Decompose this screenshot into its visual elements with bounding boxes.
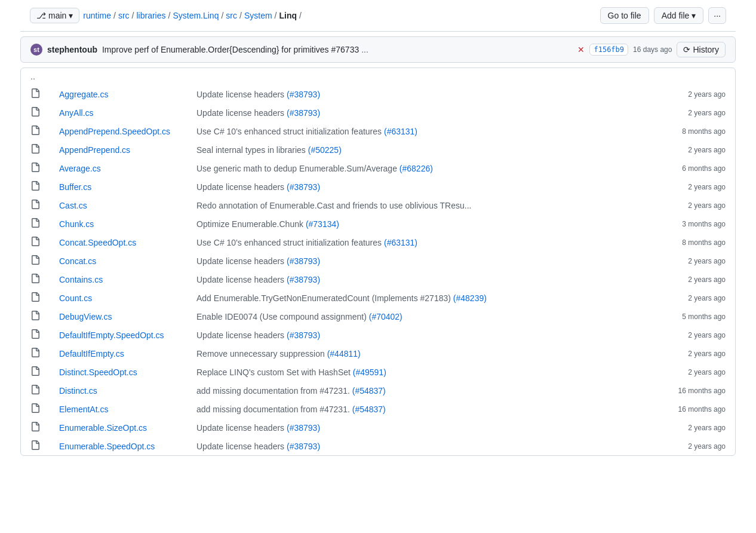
breadcrumb-system[interactable]: System [244,11,272,20]
file-icon [21,159,50,177]
toolbar: Go to file Add file ▾ ··· [600,7,726,24]
file-icon [21,363,50,381]
commit-pr-ref[interactable]: (#63131) [384,127,417,136]
more-options-button[interactable]: ··· [708,7,726,24]
commit-meta: ✕ f156fb9 16 days ago ⟳ History [577,42,726,57]
commit-pr-ref[interactable]: (#38793) [287,330,320,340]
file-name-link[interactable]: AppendPrepend.cs [59,145,130,155]
file-name-cell: AppendPrepend.SpeedOpt.cs [50,122,187,140]
commit-pr-ref[interactable]: (#48239) [453,293,487,303]
branch-selector[interactable]: ⎇ main ▾ [30,8,79,23]
file-name-link[interactable]: Average.cs [59,164,101,173]
file-name-link[interactable]: Contains.cs [59,275,103,284]
file-name-link[interactable]: ElementAt.cs [59,405,108,414]
commit-message-text: Update license headers [196,423,287,433]
commit-pr-ref[interactable]: (#44811) [327,349,361,359]
commit-pr-ref[interactable]: (#38793) [287,108,320,118]
commit-pr-ref[interactable]: (#70402) [369,312,402,321]
file-name-link[interactable]: AppendPrepend.SpeedOpt.cs [59,127,170,136]
commit-pr-ref[interactable]: (#54837) [352,405,386,414]
commit-message-text: add missing documentation from #47231. [196,405,352,414]
breadcrumb-system-linq[interactable]: System.Linq [173,11,219,20]
table-row: Chunk.csOptimize Enumerable.Chunk (#7313… [21,215,735,233]
file-message-cell: Update license headers (#38793) [187,437,657,455]
file-time-cell: 5 months ago [657,307,735,326]
commit-message-text: Replace LINQ's custom Set with HashSet [196,367,353,377]
commit-pr-ref[interactable]: (#63131) [384,238,417,247]
sep-4: / [239,11,242,20]
table-row: Distinct.csadd missing documentation fro… [21,381,735,400]
commit-pr-ref[interactable]: (#49591) [353,367,386,377]
commit-bar: st stephentoub Improve perf of Enumerabl… [20,36,736,63]
avatar: st [30,44,42,56]
commit-message-link[interactable]: Redo annotation of Enumerable.Cast and f… [196,201,471,210]
table-row: Count.csAdd Enumerable.TryGetNonEnumerat… [21,289,735,307]
commit-message-link[interactable]: Improve perf of Enumerable.Order{Descend… [102,45,329,54]
file-name-cell: AnyAll.cs [50,103,187,122]
file-name-link[interactable]: DefaultIfEmpty.SpeedOpt.cs [59,330,164,340]
file-name-link[interactable]: Distinct.SpeedOpt.cs [59,367,137,377]
file-name-link[interactable]: DebugView.cs [59,312,112,321]
file-icon [21,270,50,289]
table-row: AnyAll.csUpdate license headers (#38793)… [21,103,735,122]
goto-file-button[interactable]: Go to file [600,7,649,24]
commit-pr-ref[interactable]: (#68226) [399,164,433,173]
breadcrumb-src-2[interactable]: src [226,11,237,20]
file-name-link[interactable]: Concat.SpeedOpt.cs [59,238,136,247]
commit-pr-ref[interactable]: (#38793) [287,423,320,433]
add-file-button[interactable]: Add file ▾ [654,7,704,24]
breadcrumb-libraries[interactable]: libraries [137,11,166,20]
file-name-link[interactable]: Chunk.cs [59,219,94,229]
commit-time: 16 days ago [633,45,672,54]
file-name-link[interactable]: Cast.cs [59,201,87,210]
goto-file-label: Go to file [608,11,641,20]
commit-pr-ref[interactable]: (#38793) [287,90,320,99]
table-row: Distinct.SpeedOpt.csReplace LINQ's custo… [21,363,735,381]
file-name-link[interactable]: Count.cs [59,293,92,303]
file-time-cell: 2 years ago [657,437,735,455]
commit-message-text: Seal internal types in libraries [196,145,308,155]
file-name-link[interactable]: Aggregate.cs [59,90,109,99]
commit-pr-ref[interactable]: (#38793) [287,275,320,284]
file-name-link[interactable]: AnyAll.cs [59,108,94,118]
parent-dir-anchor[interactable]: .. [30,72,35,81]
breadcrumb: runtime / src / libraries / System.Linq … [83,11,302,20]
file-time-cell: 2 years ago [657,140,735,159]
file-name-link[interactable]: Enumerable.SpeedOpt.cs [59,442,155,451]
file-name-link[interactable]: Distinct.cs [59,386,97,396]
file-icon [21,122,50,140]
commit-pr-ref[interactable]: (#38793) [287,182,320,192]
commit-message-text: add missing documentation from #47231. [196,386,352,396]
table-row: ElementAt.csadd missing documentation fr… [21,400,735,418]
file-time-cell: 2 years ago [657,270,735,289]
file-time-cell: 2 years ago [657,363,735,381]
commit-pr-ref[interactable]: (#73134) [306,219,339,229]
commit-message-text: Update license headers [196,256,287,266]
file-name-link[interactable]: Enumerable.SizeOpt.cs [59,423,147,433]
file-name-link[interactable]: DefaultIfEmpty.cs [59,349,124,359]
commit-hash[interactable]: f156fb9 [589,44,628,56]
commit-pr-ref[interactable]: (#38793) [287,442,320,451]
file-table: ..Aggregate.csUpdate license headers (#3… [20,68,736,456]
commit-pr-link[interactable]: #76733 [331,45,359,54]
file-icon [21,177,50,196]
history-button[interactable]: ⟳ History [677,42,726,57]
commit-pr-ref[interactable]: (#50225) [308,145,342,155]
commit-pr-ref[interactable]: (#54837) [352,386,386,396]
commit-pr-ref[interactable]: (#38793) [287,256,320,266]
file-name-link[interactable]: Concat.cs [59,256,96,266]
file-name-cell: Cast.cs [50,196,187,215]
file-time-cell: 2 years ago [657,289,735,307]
file-name-cell: Chunk.cs [50,215,187,233]
breadcrumb-src-1[interactable]: src [118,11,130,20]
file-icon [21,103,50,122]
history-icon: ⟳ [683,45,690,54]
file-time-cell: 2 years ago [657,85,735,103]
commit-message-text: Remove unnecessary suppression [196,349,327,359]
breadcrumb-runtime[interactable]: runtime [83,11,111,20]
file-time-cell: 2 years ago [657,196,735,215]
file-name-link[interactable]: Buffer.cs [59,182,91,192]
commit-author[interactable]: stephentoub [47,45,97,54]
commit-message-text: Enable IDE0074 (Use compound assignment) [196,312,369,321]
file-time-cell: 2 years ago [657,177,735,196]
